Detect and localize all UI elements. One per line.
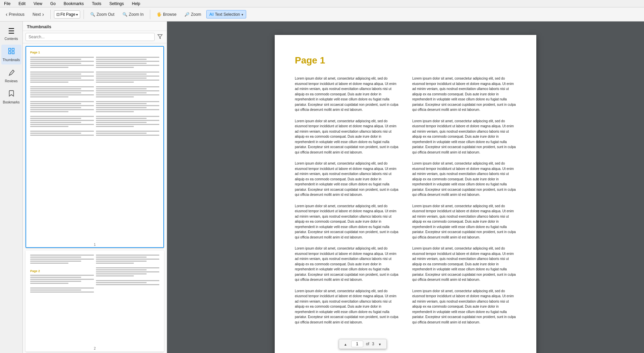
pdf-column-right: Lorem ipsum dolor sit amet, consectetur … <box>412 76 516 331</box>
pdf-paragraph-9: Lorem ipsum dolor sit amet, consectetur … <box>412 161 516 197</box>
svg-marker-4 <box>158 35 162 39</box>
thumbnail-page-1-content: Page 1 <box>26 47 163 241</box>
zoom-button[interactable]: 🔎 Zoom <box>181 10 204 18</box>
thumbnails-list: Page 1 <box>23 43 167 353</box>
separator-3 <box>150 10 150 19</box>
zoom-in-button[interactable]: 🔍 Zoom In <box>119 10 147 18</box>
svg-rect-0 <box>8 48 10 50</box>
ai-icon: AI <box>209 12 214 17</box>
of-label: of <box>366 342 369 346</box>
search-input[interactable] <box>25 33 155 41</box>
previous-button[interactable]: Previous <box>3 10 28 19</box>
reviews-icon <box>8 69 15 78</box>
svg-rect-3 <box>12 52 14 54</box>
thumb-page-2-top: Page 2 <box>30 255 159 294</box>
thumb-page-1-num: 1 <box>26 241 163 247</box>
sidebar-item-reviews-label: Reviews <box>5 79 18 83</box>
browse-button[interactable]: 🖐 Browse <box>154 10 179 18</box>
menu-tools[interactable]: Tools <box>91 1 103 7</box>
bottom-navigation: of 3 <box>339 339 387 349</box>
menu-file[interactable]: File <box>3 1 12 7</box>
svg-rect-2 <box>8 52 10 54</box>
sidebar-item-thumbnails[interactable]: Thumbnails <box>1 45 21 64</box>
thumbnails-header: Thumbnails <box>23 21 167 31</box>
chevron-down-icon <box>76 12 78 17</box>
viewer-area[interactable]: Page 1 Lorem ipsum dolor sit amet, conse… <box>167 21 644 353</box>
pdf-page-title: Page 1 <box>295 55 516 66</box>
total-pages: 3 <box>372 342 374 346</box>
chevron-left-icon <box>6 11 7 17</box>
sidebar-item-bookmarks[interactable]: Bookmarks <box>1 87 21 107</box>
sidebar-item-bookmarks-label: Bookmarks <box>3 100 20 104</box>
thumb-page-1-title: Page 1 <box>30 51 159 54</box>
page-down-button[interactable] <box>377 341 383 347</box>
thumb-page-1-text <box>30 57 159 137</box>
arrow-down-icon <box>378 342 382 347</box>
page-number-input[interactable] <box>351 341 363 347</box>
next-button[interactable]: Next <box>30 10 47 19</box>
pdf-paragraph-4: Lorem ipsum dolor sit amet, consectetur … <box>295 204 399 240</box>
pdf-paragraph-2: Lorem ipsum dolor sit amet, consectetur … <box>295 119 399 155</box>
svg-rect-1 <box>12 48 14 50</box>
zoom-out-icon: 🔍 <box>90 12 95 17</box>
arrow-up-icon <box>344 342 347 347</box>
page-up-button[interactable] <box>342 341 348 347</box>
pdf-paragraph-11: Lorem ipsum dolor sit amet, consectetur … <box>412 246 516 282</box>
pdf-paragraph-12: Lorem ipsum dolor sit amet, consectetur … <box>412 289 516 325</box>
thumbnails-panel: Thumbnails Page 1 <box>23 21 167 353</box>
menu-go[interactable]: Go <box>49 1 57 7</box>
separator-1 <box>50 10 51 19</box>
sidebar-item-contents-label: Contents <box>4 37 18 41</box>
thumbnails-search-bar <box>23 31 167 43</box>
zoom-in-icon: 🔍 <box>122 12 127 17</box>
sidebar-item-reviews[interactable]: Reviews <box>1 66 21 86</box>
menu-edit[interactable]: Edit <box>17 1 27 7</box>
browse-icon: 🖐 <box>157 12 162 17</box>
chevron-right-icon <box>42 11 44 17</box>
pdf-paragraph-5: Lorem ipsum dolor sit amet, consectetur … <box>295 246 399 282</box>
pdf-page-1: Page 1 Lorem ipsum dolor sit amet, conse… <box>275 35 536 353</box>
main-layout: ☰ Contents Thumbnails Reviews <box>0 21 644 353</box>
sidebar: ☰ Contents Thumbnails Reviews <box>0 21 23 353</box>
menu-settings[interactable]: Settings <box>108 1 125 7</box>
pdf-content: Lorem ipsum dolor sit amet, consectetur … <box>295 76 516 331</box>
thumbnail-page-2-content: Page 2 <box>26 251 163 345</box>
bookmarks-icon <box>8 90 15 99</box>
fit-page-dropdown[interactable]: ⊡ Fit Page <box>54 10 80 18</box>
pdf-paragraph-10: Lorem ipsum dolor sit amet, consectetur … <box>412 204 516 240</box>
pdf-paragraph-3: Lorem ipsum dolor sit amet, consectetur … <box>295 161 399 197</box>
menu-bar: File Edit View Go Bookmarks Tools Settin… <box>0 0 644 7</box>
pdf-paragraph-1: Lorem ipsum dolor sit amet, consectetur … <box>295 76 399 113</box>
pdf-column-left: Lorem ipsum dolor sit amet, consectetur … <box>295 76 399 331</box>
menu-view[interactable]: View <box>32 1 44 7</box>
pdf-paragraph-6: Lorem ipsum dolor sit amet, consectetur … <box>295 289 399 325</box>
pdf-paragraph-7: Lorem ipsum dolor sit amet, consectetur … <box>412 76 516 113</box>
zoom-out-button[interactable]: 🔍 Zoom Out <box>87 10 117 18</box>
toolbar: Previous Next ⊡ Fit Page 🔍 Zoom Out 🔍 Zo… <box>0 7 644 21</box>
pdf-paragraph-8: Lorem ipsum dolor sit amet, consectetur … <box>412 119 516 155</box>
thumb-page-2-num: 2 <box>26 345 163 351</box>
thumbnails-icon <box>8 47 15 57</box>
sidebar-item-contents[interactable]: ☰ Contents <box>1 24 21 43</box>
contents-icon: ☰ <box>8 27 15 36</box>
zoom-icon: 🔎 <box>184 12 190 17</box>
thumbnail-page-2[interactable]: Page 2 2 <box>25 251 164 352</box>
text-selection-chevron <box>241 12 243 17</box>
menu-bookmarks[interactable]: Bookmarks <box>62 1 85 7</box>
sidebar-item-thumbnails-label: Thumbnails <box>3 58 20 62</box>
separator-2 <box>84 10 84 19</box>
thumbnail-page-1[interactable]: Page 1 <box>25 46 164 248</box>
fit-page-icon: ⊡ <box>56 12 60 17</box>
filter-button[interactable] <box>156 33 164 41</box>
text-selection-button[interactable]: AI Text Selection <box>206 10 246 18</box>
menu-help[interactable]: Help <box>130 1 142 7</box>
